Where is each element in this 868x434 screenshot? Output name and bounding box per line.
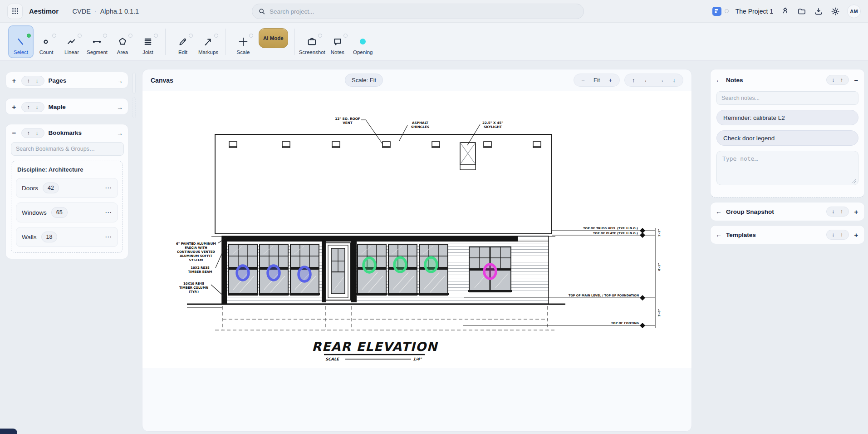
sidebar-resize-handle[interactable] (132, 73, 136, 94)
pan-down-icon[interactable]: ↓ (673, 77, 676, 84)
move-down-icon[interactable]: ↓ (36, 130, 39, 136)
notes-collapse-button[interactable]: − (853, 77, 859, 84)
move-up-icon[interactable]: ↑ (840, 209, 843, 214)
count-marker[interactable] (268, 266, 280, 280)
note-item[interactable]: Reminder: calibrate L2 (716, 110, 858, 125)
edit-pencil-icon (178, 37, 188, 47)
more-options-icon[interactable]: ⋯ (105, 184, 112, 192)
gear-icon (831, 7, 840, 16)
tool-segment[interactable]: Segment (84, 25, 110, 58)
tool-scale[interactable]: Scale (230, 25, 256, 58)
tool-screenshot[interactable]: Screenshot (299, 25, 325, 58)
bookmark-item-doors[interactable]: Doors 42 ⋯ (16, 178, 118, 198)
pan-up-icon[interactable]: ↑ (632, 77, 635, 84)
project-icon[interactable] (712, 7, 721, 16)
tool-select[interactable]: Select (8, 25, 34, 58)
tool-opening[interactable]: Opening (350, 25, 376, 58)
pages-expand-arrow[interactable]: → (117, 77, 123, 84)
count-marker[interactable] (299, 267, 310, 281)
dimension-label: 1'-1" (657, 229, 661, 237)
more-options-icon[interactable]: ⋯ (105, 233, 112, 241)
note-input[interactable] (716, 151, 858, 185)
bookmarks-expand-arrow[interactable]: → (117, 129, 123, 137)
maple-add-button[interactable]: + (11, 104, 17, 110)
avatar[interactable]: AM (847, 5, 861, 18)
tool-notes[interactable]: Notes (325, 25, 350, 58)
notes-reorder-control[interactable]: ↓ ↑ (826, 75, 849, 85)
move-down-icon[interactable]: ↓ (832, 232, 835, 237)
app-launcher-button[interactable] (7, 4, 23, 19)
count-badge: 18 (41, 232, 58, 242)
move-up-icon[interactable]: ↑ (27, 78, 30, 84)
count-marker[interactable] (484, 264, 496, 279)
pan-control[interactable]: ↑ ← → ↓ (624, 74, 683, 87)
count-marker[interactable] (363, 258, 375, 272)
notes-search-input[interactable] (716, 91, 858, 105)
pin-button[interactable] (780, 6, 790, 16)
move-down-icon[interactable]: ↓ (36, 104, 39, 110)
templates-back-arrow[interactable]: ← (716, 231, 722, 238)
tool-joist[interactable]: Joist (135, 25, 161, 58)
tool-linear[interactable]: Linear (59, 25, 84, 58)
templates-reorder-control[interactable]: ↓ ↑ (826, 230, 849, 240)
more-options-icon[interactable]: ⋯ (105, 208, 112, 217)
tool-label: Segment (87, 49, 108, 55)
move-up-icon[interactable]: ↑ (27, 130, 30, 136)
pages-add-button[interactable]: + (11, 77, 17, 84)
templates-panel: ← Templates ↓ ↑ + (710, 225, 865, 244)
group-snapshot-reorder-control[interactable]: ↓ ↑ (826, 207, 849, 217)
count-marker[interactable] (425, 257, 437, 272)
project-name[interactable]: The Project 1 (736, 8, 773, 15)
drawing-surface[interactable]: 12" SQ. ROOF VENT ASPHALT SHINGLES 22.5"… (142, 91, 692, 368)
search-input[interactable] (270, 8, 578, 15)
scale-fit-chip[interactable]: Scale: Fit (345, 74, 383, 87)
zoom-in-button[interactable]: + (608, 77, 612, 84)
pages-panel: + ↑ ↓ Pages → (5, 72, 128, 89)
ai-mode-button[interactable]: AI Mode (259, 28, 288, 48)
move-up-icon[interactable]: ↑ (840, 232, 843, 237)
move-up-icon[interactable]: ↑ (840, 77, 843, 83)
zoom-control[interactable]: − Fit + (574, 74, 620, 87)
note-item[interactable]: Check door legend (716, 130, 858, 146)
tool-status-badge (154, 34, 158, 38)
global-search[interactable] (252, 4, 584, 19)
bookmarks-collapse-button[interactable]: − (11, 129, 17, 136)
pan-right-icon[interactable]: → (658, 77, 664, 84)
bookmark-item-windows[interactable]: Windows 65 ⋯ (16, 202, 118, 222)
notes-back-arrow[interactable]: ← (716, 76, 722, 84)
count-marker[interactable] (237, 266, 249, 280)
folder-button[interactable] (797, 6, 807, 16)
tool-area[interactable]: Area (110, 25, 135, 58)
move-down-icon[interactable]: ↓ (832, 209, 835, 214)
pages-panel-title: Pages (49, 77, 67, 84)
tool-label: Area (117, 49, 128, 55)
maple-reorder-control[interactable]: ↑ ↓ (21, 102, 44, 112)
settings-button[interactable] (830, 6, 840, 16)
move-down-icon[interactable]: ↓ (36, 78, 39, 84)
tool-edit[interactable]: Edit (170, 25, 196, 58)
tool-status-badge (214, 34, 218, 38)
resize-grip-icon[interactable] (852, 179, 856, 183)
app-name: Aestimor (29, 7, 59, 15)
templates-add-button[interactable]: + (853, 232, 859, 238)
sidebar-resize-handle[interactable] (132, 97, 136, 118)
bookmarks-reorder-control[interactable]: ↑ ↓ (21, 128, 44, 138)
tool-markups[interactable]: Markups (196, 25, 221, 58)
bookmarks-search-input[interactable] (11, 142, 124, 156)
download-button[interactable] (814, 6, 824, 16)
pages-reorder-control[interactable]: ↑ ↓ (21, 76, 44, 86)
group-snapshot-back-arrow[interactable]: ← (716, 208, 722, 215)
bookmark-item-walls[interactable]: Walls 18 ⋯ (16, 227, 118, 247)
zoom-out-button[interactable]: − (581, 77, 585, 84)
opening-dot-icon (360, 39, 366, 44)
count-marker[interactable] (394, 257, 406, 272)
pan-left-icon[interactable]: ← (644, 77, 650, 84)
toolbar-divider (165, 29, 166, 55)
group-snapshot-add-button[interactable]: + (853, 208, 859, 215)
column-annotation: 10X10 RS45 (183, 282, 204, 286)
tool-count[interactable]: Count (34, 25, 59, 58)
move-up-icon[interactable]: ↑ (27, 104, 30, 110)
maple-expand-arrow[interactable]: → (117, 104, 123, 111)
zoom-fit-button[interactable]: Fit (593, 77, 600, 84)
move-down-icon[interactable]: ↓ (832, 77, 835, 83)
